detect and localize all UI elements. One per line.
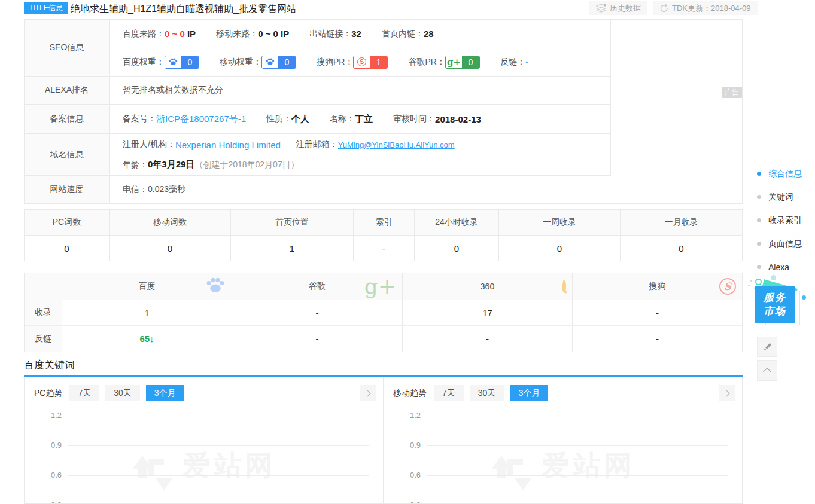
registrant-link[interactable]: Nexperian Holding Limited: [175, 140, 281, 150]
icp-audit-value: 2018-02-13: [435, 114, 481, 124]
stats-value-index: -: [354, 236, 415, 261]
indexed-row-label: 收录: [25, 300, 62, 325]
alexa-row: ALEXA排名 暂无排名或相关数据不充分: [25, 77, 610, 105]
watermark-text: 爱站网: [183, 447, 276, 484]
nav-dot: [757, 242, 761, 246]
mobile-tab-3m[interactable]: 3个月: [510, 385, 548, 401]
sidebar-item-label: 页面信息: [768, 239, 802, 249]
backlinks-row-label: 反链: [25, 326, 62, 352]
engines-header-google: 谷歌 g+: [232, 273, 403, 300]
engines-header-360: 360: [403, 273, 573, 300]
pc-tab-3m[interactable]: 3个月: [146, 385, 184, 401]
mobile-weight-label: 移动权重：: [220, 57, 261, 68]
mobile-tab-30d[interactable]: 30天: [470, 385, 504, 401]
stats-value-row: 0 0 1 - 0 0 0: [25, 236, 742, 261]
baidu-paw-icon: [205, 276, 226, 297]
pc-trend-next-button[interactable]: [360, 385, 376, 401]
seo-info-row: SEO信息 百度来路：0 ~ 0 IP 移动来路：0 ~ 0 IP 出站链接：3…: [25, 20, 610, 77]
pc-tab-30d[interactable]: 30天: [105, 385, 140, 401]
service-market-badge[interactable]: 服务 市场: [749, 275, 809, 335]
sidebar-item-page-info[interactable]: 页面信息: [751, 232, 813, 255]
refresh-icon: [659, 4, 668, 13]
baidu-indexed-value[interactable]: 1: [62, 300, 232, 325]
sidebar-item-keywords[interactable]: 关键词: [751, 185, 813, 209]
mobile-weight-badge[interactable]: 0: [261, 56, 296, 69]
y-tick: 0.6: [38, 471, 62, 479]
backlinks-value[interactable]: -: [525, 57, 528, 67]
baidu-backlinks-value[interactable]: 65↓: [62, 326, 232, 352]
icp-row-label: 备案信息: [25, 105, 110, 133]
gridline: [68, 475, 369, 476]
confetti-dot: [750, 280, 752, 282]
title-info-badge: TITLE信息: [24, 2, 68, 14]
sogou-icon: S: [719, 278, 736, 295]
y-tick: 0.9: [38, 441, 62, 450]
mobile-trend-next-button[interactable]: [719, 385, 735, 401]
pc-trend-panel: PC趋势 7天 30天 3个月 爱站网 1.2 0.9 0.6 0.3: [25, 377, 384, 503]
domain-age-label: 年龄：: [123, 160, 148, 170]
y-tick: 1.2: [38, 411, 62, 420]
mobile-trend-label: 移动趋势: [393, 388, 427, 399]
sidebar-item-index[interactable]: 收录索引: [751, 209, 813, 232]
trend-down-arrow-icon: ↓: [150, 334, 154, 344]
market-label-line1: 服务: [764, 291, 786, 305]
sogou-backlinks-value: -: [573, 326, 742, 352]
engines-indexed-row: 收录 1 - 17 -: [25, 300, 742, 326]
icp-nature-label: 性质：: [266, 114, 291, 124]
chevron-right-icon: [723, 390, 729, 396]
aizhan-logo-icon: [132, 447, 175, 490]
sogou-pr-value: 1: [370, 56, 387, 68]
360-indexed-value[interactable]: 17: [403, 300, 573, 325]
ad-placeholder: 广告: [610, 20, 742, 176]
ad-tag: 广告: [722, 87, 742, 98]
tdk-update-button[interactable]: TDK更新：2018-04-09: [653, 1, 758, 15]
outbound-links-value: 32: [351, 29, 361, 39]
mobile-visits-value: 0 ~ 0: [258, 29, 278, 39]
back-to-top-button[interactable]: [757, 360, 777, 381]
chevron-right-icon: [364, 390, 370, 396]
aizhan-logo-icon: [491, 447, 534, 490]
baidu-visits-value: 0 ~ 0: [165, 29, 185, 39]
y-tick: 0.3: [38, 500, 62, 504]
stats-value-home-position: 1: [231, 236, 354, 261]
outbound-links-label: 出站链接：: [309, 29, 351, 39]
nav-dot: [757, 265, 761, 269]
gridline: [427, 475, 728, 476]
sogou-pr-badge[interactable]: S 1: [353, 56, 388, 69]
sogou-pr-label: 搜狗PR：: [317, 57, 353, 68]
google-indexed-value: -: [232, 300, 403, 325]
nav-dot: [757, 195, 761, 199]
gridline: [68, 416, 369, 416]
home-internal-links-label: 首页内链：: [382, 29, 424, 39]
domain-age-line: 年龄： 0年3月29日 （创建于2018年02月07日）: [123, 155, 299, 175]
header-actions: 历史数据 TDK更新：2018-04-09: [589, 1, 758, 15]
icp-name-label: 名称：: [330, 114, 355, 124]
market-label-line2: 市场: [764, 305, 786, 319]
keyword-stats-table: PC词数 移动词数 首页位置 索引 24小时收录 一周收录 一月收录 0 0 1…: [24, 209, 743, 261]
seo-weight-line: 百度权重： 0 移动权重：: [123, 48, 549, 76]
speed-row-label: 网站速度: [25, 176, 110, 203]
mobile-weight-value: 0: [278, 56, 296, 68]
icp-number-link[interactable]: 浙ICP备18007267号-1: [156, 114, 246, 125]
google-plus-icon: g+: [446, 56, 462, 68]
chevron-up-icon: [763, 367, 771, 375]
feedback-edit-button[interactable]: [757, 337, 777, 357]
history-data-button[interactable]: 历史数据: [589, 1, 647, 15]
gridline: [427, 445, 728, 446]
stats-header-24h: 24小时收录: [415, 210, 499, 235]
confetti-dot: [802, 295, 806, 300]
watermark: 爱站网: [384, 447, 742, 490]
nav-dot: [757, 172, 761, 176]
engines-header-empty: [25, 273, 62, 300]
baidu-weight-badge[interactable]: 0: [165, 56, 199, 69]
google-pr-badge[interactable]: g+ 0: [445, 56, 480, 69]
sidebar-item-overview[interactable]: 综合信息: [751, 162, 813, 185]
tdk-update-label: TDK更新：2018-04-09: [672, 3, 751, 14]
pc-tab-7d[interactable]: 7天: [69, 385, 99, 401]
mobile-tab-7d[interactable]: 7天: [434, 385, 464, 401]
reg-email-link[interactable]: YuMing@YinSiBaoHu.AliYun.com: [338, 140, 455, 149]
stats-value-week: 0: [499, 236, 621, 261]
gridline: [427, 416, 728, 416]
seo-row-label: SEO信息: [25, 20, 110, 76]
pc-trend-label: PC趋势: [34, 388, 62, 399]
